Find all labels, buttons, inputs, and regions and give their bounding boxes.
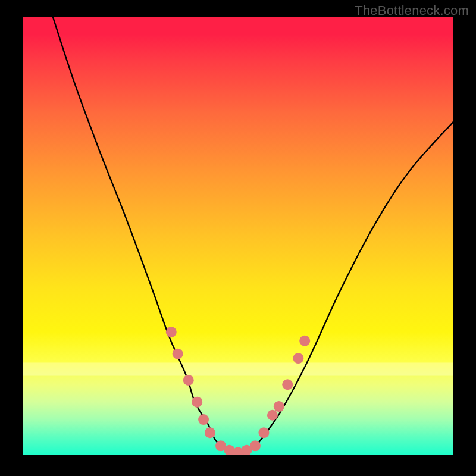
chart-svg bbox=[23, 17, 453, 455]
watermark-text: TheBottleneck.com bbox=[355, 3, 469, 18]
data-marker bbox=[198, 414, 209, 425]
data-marker bbox=[274, 401, 284, 412]
data-marker bbox=[258, 427, 269, 438]
data-markers bbox=[166, 327, 310, 455]
plot-area bbox=[23, 17, 453, 455]
chart-frame: TheBottleneck.com bbox=[0, 0, 476, 476]
highlight-band-rect bbox=[23, 362, 453, 375]
data-marker bbox=[183, 375, 194, 386]
data-marker bbox=[267, 410, 278, 421]
curve-path bbox=[53, 17, 453, 455]
data-marker bbox=[205, 427, 215, 438]
data-marker bbox=[299, 336, 310, 346]
data-marker bbox=[192, 397, 202, 408]
data-marker bbox=[282, 379, 293, 390]
line-series bbox=[53, 17, 453, 455]
data-marker bbox=[293, 353, 303, 364]
data-marker bbox=[173, 349, 183, 359]
data-marker bbox=[166, 327, 177, 337]
highlight-band bbox=[23, 362, 453, 375]
data-marker bbox=[250, 440, 261, 451]
